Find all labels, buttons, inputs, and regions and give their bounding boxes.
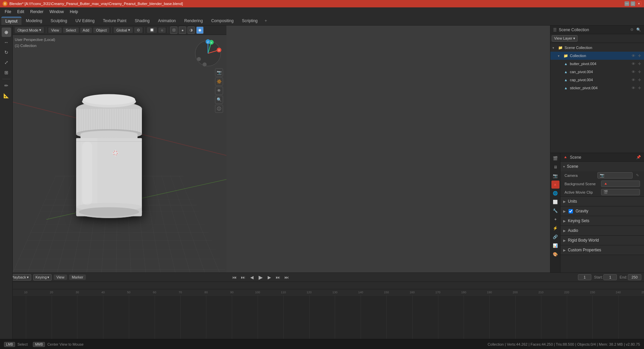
prop-object-icon[interactable]: ⬜ (551, 198, 559, 206)
tab-shading[interactable]: Shading (131, 17, 154, 24)
prop-particles-icon[interactable]: ✦ (551, 215, 559, 223)
item-sticker-cursor[interactable]: ✛ (637, 85, 642, 91)
play-btn[interactable]: ▶ (257, 273, 264, 281)
tab-modeling[interactable]: Modeling (22, 17, 46, 24)
object-menu[interactable]: Object (93, 28, 109, 33)
tab-scripting[interactable]: Scripting (238, 17, 262, 24)
menu-window[interactable]: Window (47, 9, 66, 15)
item-cap-eye[interactable]: 👁 (631, 77, 636, 83)
render-preview-btn[interactable]: ◉ (196, 27, 204, 34)
tool-measure[interactable]: 📐 (2, 91, 11, 100)
item-can-eye[interactable]: 👁 (631, 69, 636, 74)
outliner-item-cap[interactable]: ▲ cap_pivot.004 👁 ✛ (550, 76, 644, 84)
tool-scale[interactable]: ⤢ (2, 58, 11, 67)
outliner-item-can[interactable]: ▲ can_pivot.004 👁 ✛ (550, 68, 644, 76)
minimize-button[interactable]: — (625, 1, 629, 6)
tool-transform[interactable]: ⊞ (2, 68, 11, 77)
tool-annotate[interactable]: ✏ (2, 81, 11, 90)
prop-physics-icon[interactable]: ⚡ (551, 224, 559, 232)
tab-sculpting[interactable]: Sculpting (47, 17, 71, 24)
view-menu[interactable]: View (48, 28, 62, 33)
keying-sets-header[interactable]: ▶ Keying Sets (560, 216, 644, 226)
tab-add-button[interactable]: + (262, 17, 270, 24)
movie-clip-value[interactable]: 🎬 (601, 189, 640, 195)
gravity-section-header[interactable]: ▶ Gravity (560, 206, 644, 216)
prop-output-icon[interactable]: 🖥 (551, 163, 559, 171)
menu-file[interactable]: File (2, 9, 14, 15)
outliner-item-scene-collection[interactable]: ▾ 📁 Scene Collection (550, 44, 644, 52)
item-butter-eye[interactable]: 👁 (631, 61, 636, 66)
outliner-filter-btn[interactable]: ⚙ (629, 27, 635, 33)
item-cap-cursor[interactable]: ✛ (637, 77, 642, 83)
global-dropdown[interactable]: Global ▾ (114, 27, 133, 33)
select-menu[interactable]: Select (63, 28, 79, 33)
end-frame-input[interactable]: 250 (628, 274, 641, 280)
tab-animation[interactable]: Animation (154, 17, 180, 24)
tab-texture-paint[interactable]: Texture Paint (99, 17, 130, 24)
menu-help[interactable]: Help (67, 9, 81, 15)
item-action-eye[interactable]: 👁 (631, 53, 636, 58)
tab-compositing[interactable]: Compositing (207, 17, 238, 24)
3d-viewport[interactable]: User Perspective (Local) (1) Collection … (13, 35, 226, 272)
tab-uv-editing[interactable]: UV Editing (71, 17, 99, 24)
tab-rendering[interactable]: Rendering (180, 17, 207, 24)
gravity-checkbox[interactable] (569, 209, 573, 213)
timeline-area[interactable]: 1102030405060708090100110120130140150160… (0, 282, 644, 339)
item-butter-cursor[interactable]: ✛ (637, 61, 642, 66)
tool-move[interactable]: ↔ (2, 38, 11, 47)
prop-material-icon[interactable]: 🎨 (551, 250, 559, 258)
maximize-button[interactable]: □ (631, 1, 635, 6)
start-frame-input[interactable]: 1 (603, 274, 617, 280)
tool-rotate[interactable]: ↻ (2, 48, 11, 57)
prop-data-icon[interactable]: 📊 (551, 242, 559, 250)
render-btn[interactable]: 🔆 (215, 78, 223, 86)
menu-edit[interactable]: Edit (14, 9, 27, 15)
rigid-body-header[interactable]: ▶ Rigid Body World (560, 236, 644, 245)
timeline-marker-menu[interactable]: Marker (69, 275, 86, 280)
prop-scene-icon[interactable]: 🔺 (551, 181, 559, 189)
step-back-btn[interactable]: ◀ (248, 273, 256, 281)
audio-section-header[interactable]: ▶ Audio (560, 226, 644, 235)
outliner-item-collection[interactable]: ▾ 📁 Collection 👁 ✛ (550, 52, 644, 60)
prop-modifier-icon[interactable]: 🔧 (551, 207, 559, 215)
keying-dropdown[interactable]: Keying ▾ (33, 274, 52, 281)
outliner-search-btn[interactable]: 🔍 (636, 27, 641, 33)
outliner-item-sticker[interactable]: ▲ sticker_pivot.004 👁 ✛ (550, 84, 644, 92)
search-btn[interactable]: 🔍 (215, 96, 223, 104)
camera-select-btn[interactable]: ✎ (635, 173, 640, 178)
next-keyframe-btn[interactable]: ⏭ (274, 273, 282, 281)
current-frame-input[interactable]: 1 (578, 274, 591, 280)
units-section-header[interactable]: ▶ Units (560, 197, 644, 206)
prop-view-layer-icon[interactable]: 📷 (551, 172, 559, 180)
close-button[interactable]: ✕ (637, 1, 641, 6)
prop-world-icon[interactable]: 🌐 (551, 189, 559, 197)
outliner-item-butter[interactable]: ▲ butter_pivot.004 👁 ✛ (550, 60, 644, 68)
menu-render[interactable]: Render (28, 9, 46, 15)
outliner-display-mode[interactable]: View Layer ▾ (552, 35, 578, 42)
wireframe-btn[interactable]: ⊡ (170, 27, 177, 34)
object-mode-dropdown[interactable]: Object Mode ▾ (15, 27, 44, 33)
camera-value[interactable]: 📷 (597, 172, 633, 179)
add-menu[interactable]: Add (80, 28, 92, 33)
tool-cursor[interactable]: ⊕ (2, 28, 11, 37)
prev-keyframe-btn[interactable]: ⏭ (239, 273, 247, 281)
jump-end-btn[interactable]: ⏭ (283, 273, 290, 281)
item-sticker-eye[interactable]: 👁 (631, 85, 636, 91)
view-btn[interactable]: 👁 (215, 87, 223, 95)
snap-toggle[interactable]: 🔲 (147, 27, 157, 33)
tab-layout[interactable]: Layout (1, 17, 21, 25)
info-btn[interactable]: ⓘ (215, 105, 223, 113)
camera-view-btn[interactable]: 📷 (215, 68, 223, 77)
scene-section-header[interactable]: ▾ Scene (560, 162, 644, 171)
jump-start-btn[interactable]: ⏮ (231, 273, 238, 281)
item-action-cursor[interactable]: ✛ (637, 53, 642, 58)
prop-pin-btn[interactable]: 📌 (636, 155, 641, 160)
prop-constraints-icon[interactable]: 🔗 (551, 233, 559, 241)
navigation-gizmo[interactable]: X Y Z (193, 38, 223, 68)
timeline-tracks[interactable]: 1102030405060708090100110120130140150160… (0, 289, 644, 339)
solid-btn[interactable]: ● (179, 27, 186, 34)
prop-edit[interactable]: ○ (158, 28, 166, 33)
prop-render-icon[interactable]: 🎬 (551, 154, 559, 162)
pivot-point[interactable]: ⊙ (134, 27, 143, 33)
timeline-view-menu[interactable]: View (54, 275, 67, 280)
